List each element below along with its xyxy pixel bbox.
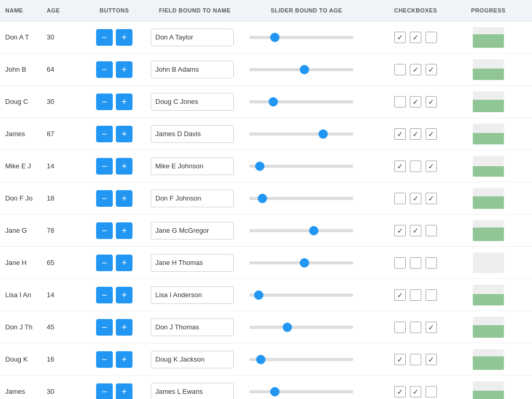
name-input-10[interactable] xyxy=(151,351,234,368)
cell-age-10: 16 xyxy=(42,353,83,365)
slider-track-1[interactable] xyxy=(249,68,353,71)
checkbox3-0[interactable] xyxy=(425,32,437,43)
plus-button-11[interactable]: + xyxy=(116,383,132,400)
slider-thumb-9[interactable] xyxy=(283,323,292,332)
checkbox2-0[interactable] xyxy=(410,32,421,43)
name-input-0[interactable] xyxy=(151,29,234,46)
plus-button-5[interactable]: + xyxy=(116,190,132,207)
plus-button-1[interactable]: + xyxy=(116,61,132,78)
minus-button-2[interactable]: − xyxy=(96,94,113,110)
plus-button-10[interactable]: + xyxy=(116,351,132,368)
minus-button-10[interactable]: − xyxy=(96,351,113,368)
slider-track-5[interactable] xyxy=(249,197,353,200)
checkbox1-2[interactable] xyxy=(394,96,406,108)
checkbox1-8[interactable] xyxy=(394,289,406,301)
checkbox3-7[interactable] xyxy=(425,257,437,269)
checkbox1-3[interactable] xyxy=(394,128,406,140)
slider-track-0[interactable] xyxy=(249,36,353,39)
checkbox2-4[interactable] xyxy=(410,161,421,172)
checkbox1-0[interactable] xyxy=(394,32,406,43)
slider-thumb-4[interactable] xyxy=(255,162,264,171)
checkbox1-5[interactable] xyxy=(394,193,406,204)
name-input-8[interactable] xyxy=(151,286,234,304)
checkbox1-1[interactable] xyxy=(394,64,406,75)
checkbox1-9[interactable] xyxy=(394,322,406,333)
slider-track-2[interactable] xyxy=(249,100,353,103)
slider-track-4[interactable] xyxy=(249,165,353,168)
plus-button-0[interactable]: + xyxy=(116,29,132,46)
plus-button-6[interactable]: + xyxy=(116,222,132,239)
slider-track-6[interactable] xyxy=(249,229,353,232)
slider-track-3[interactable] xyxy=(249,132,353,136)
minus-button-11[interactable]: − xyxy=(96,383,113,400)
checkbox3-11[interactable] xyxy=(425,386,437,397)
checkbox2-5[interactable] xyxy=(410,193,421,204)
slider-thumb-1[interactable] xyxy=(300,65,309,74)
minus-button-4[interactable]: − xyxy=(96,158,113,175)
name-input-11[interactable] xyxy=(151,383,234,400)
slider-thumb-2[interactable] xyxy=(269,97,278,107)
checkbox2-9[interactable] xyxy=(410,322,421,333)
minus-button-5[interactable]: − xyxy=(96,190,113,207)
slider-thumb-11[interactable] xyxy=(270,387,280,396)
slider-track-9[interactable] xyxy=(249,326,353,329)
checkbox1-7[interactable] xyxy=(394,257,406,269)
checkbox3-4[interactable] xyxy=(425,161,437,172)
slider-thumb-8[interactable] xyxy=(254,290,263,300)
name-input-3[interactable] xyxy=(151,125,234,143)
checkbox2-7[interactable] xyxy=(410,257,421,269)
slider-track-8[interactable] xyxy=(249,294,353,297)
slider-thumb-0[interactable] xyxy=(270,33,280,42)
checkbox1-11[interactable] xyxy=(394,386,406,397)
slider-thumb-5[interactable] xyxy=(258,194,267,203)
checkbox1-10[interactable] xyxy=(394,354,406,365)
slider-thumb-6[interactable] xyxy=(309,226,318,235)
minus-button-9[interactable]: − xyxy=(96,319,113,336)
slider-thumb-10[interactable] xyxy=(256,355,265,364)
checkbox2-6[interactable] xyxy=(410,225,421,236)
checkbox1-6[interactable] xyxy=(394,225,406,236)
name-input-6[interactable] xyxy=(151,222,234,240)
minus-button-0[interactable]: − xyxy=(96,29,113,46)
checkbox2-2[interactable] xyxy=(410,96,421,108)
checkbox3-6[interactable] xyxy=(425,225,437,236)
plus-button-7[interactable]: + xyxy=(116,255,132,271)
checkbox3-9[interactable] xyxy=(425,322,437,333)
checkbox2-1[interactable] xyxy=(410,64,421,75)
name-input-7[interactable] xyxy=(151,254,234,272)
minus-button-1[interactable]: − xyxy=(96,61,113,78)
plus-button-3[interactable]: + xyxy=(116,126,132,142)
cell-name-9: Don J Th xyxy=(0,321,42,333)
plus-button-4[interactable]: + xyxy=(116,158,132,175)
minus-button-7[interactable]: − xyxy=(96,255,113,271)
slider-track-11[interactable] xyxy=(249,390,353,393)
minus-button-8[interactable]: − xyxy=(96,287,113,303)
slider-thumb-7[interactable] xyxy=(300,258,309,268)
checkbox3-3[interactable] xyxy=(425,128,437,140)
name-input-1[interactable] xyxy=(151,61,234,78)
checkbox2-10[interactable] xyxy=(410,354,421,365)
checkbox2-3[interactable] xyxy=(410,128,421,140)
name-input-4[interactable] xyxy=(151,157,234,175)
plus-button-8[interactable]: + xyxy=(116,287,132,303)
slider-track-10[interactable] xyxy=(249,358,353,361)
checkbox2-8[interactable] xyxy=(410,289,421,301)
slider-thumb-3[interactable] xyxy=(318,129,328,139)
minus-button-6[interactable]: − xyxy=(96,222,113,239)
name-input-5[interactable] xyxy=(151,190,234,207)
name-input-9[interactable] xyxy=(151,318,234,336)
plus-button-9[interactable]: + xyxy=(116,319,132,336)
checkbox3-5[interactable] xyxy=(425,193,437,204)
checkbox1-4[interactable] xyxy=(394,161,406,172)
plus-button-2[interactable]: + xyxy=(116,94,132,110)
checkbox2-11[interactable] xyxy=(410,386,421,397)
name-input-2[interactable] xyxy=(151,93,234,111)
cell-slider-0 xyxy=(244,36,369,39)
checkbox3-1[interactable] xyxy=(425,64,437,75)
checkbox3-10[interactable] xyxy=(425,354,437,365)
slider-track-7[interactable] xyxy=(249,261,353,264)
cell-field-2 xyxy=(145,91,244,113)
minus-button-3[interactable]: − xyxy=(96,126,113,142)
checkbox3-8[interactable] xyxy=(425,289,437,301)
checkbox3-2[interactable] xyxy=(425,96,437,108)
